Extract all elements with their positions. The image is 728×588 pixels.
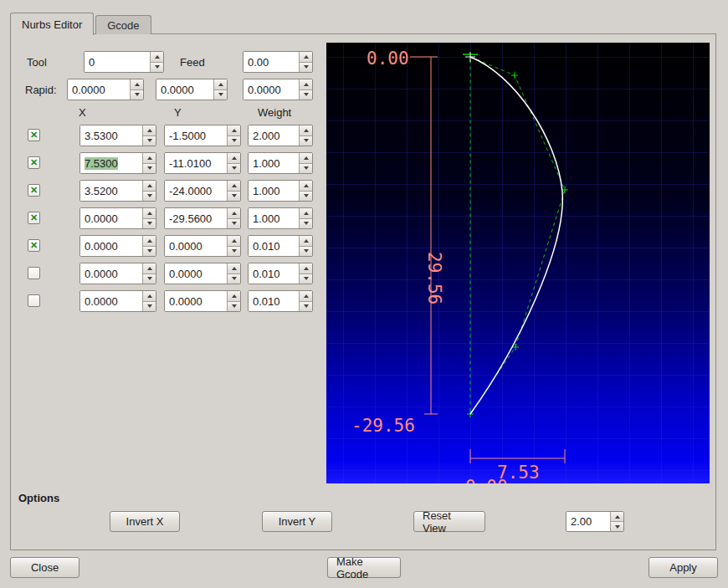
point-y-input[interactable]: -29.5600 xyxy=(165,208,227,228)
point-weight-input[interactable]: 0.010 xyxy=(249,291,299,311)
point-y-input[interactable]: 0.0000 xyxy=(165,291,227,311)
rapid-label: Rapid: xyxy=(25,84,57,96)
spin-up-button[interactable] xyxy=(300,236,312,247)
spin-down-button[interactable] xyxy=(300,63,312,73)
point-y-input[interactable]: 0.0000 xyxy=(165,263,227,284)
spin-down-button[interactable] xyxy=(143,219,156,229)
spin-down-button[interactable] xyxy=(611,522,623,531)
point-weight-input[interactable]: 2.000 xyxy=(249,125,299,146)
make-gcode-button[interactable]: Make Gcode xyxy=(327,557,401,578)
tab-nurbs-editor[interactable]: Nurbs Editor xyxy=(10,13,94,35)
spin-up-button[interactable] xyxy=(228,153,240,164)
spin-up-button[interactable] xyxy=(228,181,240,192)
spin-down-button[interactable] xyxy=(300,274,312,284)
apply-button[interactable]: Apply xyxy=(649,557,718,578)
point-y-input[interactable]: -1.5000 xyxy=(165,125,227,146)
spin-down-button[interactable] xyxy=(300,164,312,174)
spin-down-button[interactable] xyxy=(228,247,240,257)
spin-up-button[interactable] xyxy=(143,208,156,219)
spin-up-button[interactable] xyxy=(228,208,240,219)
spin-up-button[interactable] xyxy=(300,79,312,90)
spin-down-button[interactable] xyxy=(131,90,143,100)
spin-down-button[interactable] xyxy=(228,164,240,174)
point-weight-input[interactable]: 1.000 xyxy=(249,181,299,201)
spin-down-button[interactable] xyxy=(300,90,312,100)
spin-up-button[interactable] xyxy=(300,125,312,136)
point-y-input[interactable]: -11.0100 xyxy=(165,153,227,173)
spin-up-button[interactable] xyxy=(228,236,240,247)
spin-down-button[interactable] xyxy=(143,164,156,174)
spin-up-button[interactable] xyxy=(143,236,156,247)
spin-up-button[interactable] xyxy=(300,291,312,302)
point-enabled-checkbox[interactable]: ✕ xyxy=(28,239,40,252)
spin-down-button[interactable] xyxy=(143,247,156,257)
point-x-input[interactable]: 3.5300 xyxy=(80,125,142,146)
point-x-input[interactable]: 3.5200 xyxy=(80,181,142,201)
spin-up-button[interactable] xyxy=(214,79,227,90)
point-x-input[interactable]: 0.0000 xyxy=(80,263,142,284)
spin-up-button[interactable] xyxy=(151,52,163,63)
spin-down-button[interactable] xyxy=(228,219,240,229)
spin-down-button[interactable] xyxy=(228,136,240,146)
point-enabled-checkbox[interactable]: ✕ xyxy=(28,156,40,169)
spin-up-button[interactable] xyxy=(131,79,143,90)
point-enabled-checkbox[interactable]: ✕ xyxy=(28,184,40,197)
scale-input[interactable]: 2.00 xyxy=(567,512,610,531)
spin-down-button[interactable] xyxy=(300,219,312,229)
spin-up-button[interactable] xyxy=(143,181,156,192)
point-enabled-checkbox[interactable]: ✕ xyxy=(28,212,40,224)
point-y-input[interactable]: -24.0000 xyxy=(165,181,227,201)
spin-down-button[interactable] xyxy=(300,192,312,202)
point-row: ✕ 0.0000 0.0000 0.010 xyxy=(11,263,326,284)
point-enabled-checkbox[interactable]: ✕ xyxy=(28,267,40,279)
spin-up-button[interactable] xyxy=(228,291,240,302)
spin-up-button[interactable] xyxy=(300,153,312,164)
spin-down-button[interactable] xyxy=(214,90,227,100)
point-enabled-checkbox[interactable]: ✕ xyxy=(28,294,40,307)
preview-canvas[interactable]: 0.00 29.56 -29.56 7.53 0.00 xyxy=(326,43,710,483)
spin-down-button[interactable] xyxy=(143,136,156,146)
point-x-input[interactable]: 0.0000 xyxy=(80,291,142,311)
spin-up-button[interactable] xyxy=(228,263,240,274)
reset-view-button[interactable]: Reset View xyxy=(413,511,485,532)
point-x-input[interactable]: 0.0000 xyxy=(80,236,142,256)
rapid-x-input[interactable]: 0.0000 xyxy=(68,79,130,100)
spin-down-button[interactable] xyxy=(228,192,240,202)
point-weight-input[interactable]: 0.010 xyxy=(249,236,299,256)
spin-down-button[interactable] xyxy=(300,136,312,146)
invert-y-button[interactable]: Invert Y xyxy=(262,511,332,532)
spin-up-button[interactable] xyxy=(611,512,623,522)
spin-down-button[interactable] xyxy=(151,63,163,73)
spin-down-button[interactable] xyxy=(143,192,156,202)
spin-down-button[interactable] xyxy=(143,274,156,284)
feed-input[interactable]: 0.00 xyxy=(244,52,299,72)
spin-down-button[interactable] xyxy=(143,302,156,312)
spin-up-button[interactable] xyxy=(143,263,156,274)
point-weight-input[interactable]: 0.010 xyxy=(249,263,299,284)
spin-down-button[interactable] xyxy=(228,274,240,284)
point-enabled-checkbox[interactable]: ✕ xyxy=(28,129,40,141)
close-button[interactable]: Close xyxy=(10,557,79,578)
point-x-input[interactable]: 7.5300 xyxy=(80,153,142,173)
point-y-input[interactable]: 0.0000 xyxy=(165,236,227,256)
spin-up-button[interactable] xyxy=(300,263,312,274)
spin-up-button[interactable] xyxy=(300,208,312,219)
rapid-y-input[interactable]: 0.0000 xyxy=(156,79,213,100)
spin-up-button[interactable] xyxy=(228,125,240,136)
rapid-z-input[interactable]: 0.0000 xyxy=(244,79,299,100)
point-x-input[interactable]: 0.0000 xyxy=(80,208,142,228)
spin-up-button[interactable] xyxy=(143,125,156,136)
point-weight-input[interactable]: 1.000 xyxy=(249,208,299,228)
tool-input[interactable]: 0 xyxy=(85,52,150,72)
spin-up-button[interactable] xyxy=(300,52,312,63)
spin-up-button[interactable] xyxy=(143,153,156,164)
spin-up-button[interactable] xyxy=(300,181,312,192)
spin-up-button[interactable] xyxy=(143,291,156,302)
tab-gcode[interactable]: Gcode xyxy=(95,15,151,34)
spin-down-button[interactable] xyxy=(300,302,312,312)
spin-down-button[interactable] xyxy=(300,247,312,257)
spin-down-button[interactable] xyxy=(228,302,240,312)
chevron-down-icon xyxy=(232,222,237,225)
invert-x-button[interactable]: Invert X xyxy=(110,511,180,532)
point-weight-input[interactable]: 1.000 xyxy=(249,153,299,173)
